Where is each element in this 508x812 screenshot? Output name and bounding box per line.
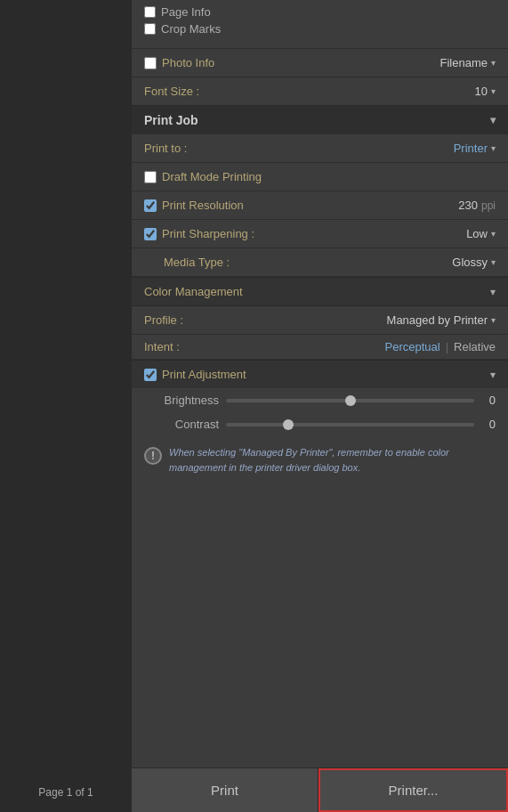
print-sharpening-label: Print Sharpening : [162,227,254,240]
warning-icon: ! [144,447,162,465]
print-to-dropdown-arrow: ▾ [491,143,496,153]
print-sharpening-checkbox[interactable] [144,228,157,240]
draft-mode-checkbox[interactable] [144,171,157,183]
color-management-dropdown-icon: ▾ [490,286,496,298]
photo-info-label: Photo Info [162,56,214,69]
print-resolution-checkbox[interactable] [144,199,157,212]
intent-relative[interactable]: Relative [454,340,496,353]
main-panel: Page Info Crop Marks Photo Info Filename… [132,0,508,812]
print-resolution-unit: ppi [481,199,496,212]
contrast-thumb[interactable] [283,419,294,430]
print-sharpening-dropdown: ▾ [491,229,496,239]
brightness-slider[interactable] [226,399,474,402]
bottom-bar: Print Printer... [132,767,508,812]
draft-mode-row: Draft Mode Printing [132,163,508,191]
intent-perceptual[interactable]: Perceptual [384,340,439,353]
page-info-checkbox[interactable] [144,6,156,18]
profile-value: Managed by Printer [387,313,488,327]
media-type-dropdown: ▾ [491,257,496,267]
intent-options: Perceptual | Relative [384,340,496,353]
brightness-row: Brightness 0 [132,388,508,412]
print-adjustment-title: Print Adjustment [162,368,246,381]
font-size-label: Font Size : [144,85,199,98]
print-adjustment-dropdown-icon: ▾ [490,369,496,381]
profile-value-group[interactable]: Managed by Printer ▾ [387,313,496,327]
warning-icon-text: ! [151,450,155,462]
photo-info-value: Filename [440,56,488,69]
sidebar: Page 1 of 1 [0,0,132,812]
print-adjustment-left: Print Adjustment [144,368,246,381]
profile-label: Profile : [144,313,183,327]
print-to-row: Print to : Printer ▾ [132,134,508,163]
print-to-label: Print to : [144,142,187,155]
print-resolution-label: Print Resolution [162,199,244,212]
profile-dropdown: ▾ [491,315,496,325]
print-adjustment-header[interactable]: Print Adjustment ▾ [132,360,508,388]
draft-mode-label: Draft Mode Printing [162,170,262,183]
intent-divider: | [446,340,448,353]
print-resolution-row: Print Resolution 230 ppi [132,191,508,220]
print-to-value-group[interactable]: Printer ▾ [454,142,496,155]
media-type-value-group[interactable]: Glossy ▾ [452,256,496,269]
profile-row: Profile : Managed by Printer ▾ [132,306,508,335]
warning-text: When selecting "Managed By Printer", rem… [169,445,496,475]
print-button[interactable]: Print [132,768,319,812]
print-job-header[interactable]: Print Job ▾ [132,106,508,134]
font-size-value-group[interactable]: 10 ▾ [475,85,496,98]
print-sharpening-value-group[interactable]: Low ▾ [466,227,496,240]
print-sharpening-value: Low [466,227,488,240]
crop-marks-checkbox[interactable] [144,23,156,35]
contrast-label: Contrast [157,418,219,431]
page-info-label: Page Info [161,5,211,19]
font-size-row: Font Size : 10 ▾ [132,77,508,106]
intent-label: Intent : [144,340,180,353]
media-type-label: Media Type : [164,256,230,269]
print-to-value: Printer [454,142,488,155]
print-resolution-value: 230 [458,199,478,212]
page-info-row: Page Info [144,5,496,19]
brightness-thumb[interactable] [345,395,356,406]
brightness-label: Brightness [157,394,219,407]
print-sharpening-row: Print Sharpening : Low ▾ [132,220,508,248]
warning-row: ! When selecting "Managed By Printer", r… [132,436,508,483]
crop-marks-label: Crop Marks [161,22,221,36]
photo-info-value-group[interactable]: Filename ▾ [440,56,496,69]
print-sharpening-left: Print Sharpening : [144,227,254,240]
print-adjustment-checkbox[interactable] [144,369,157,381]
bottom-spacer [132,483,508,767]
print-job-title: Print Job [144,113,198,127]
photo-info-dropdown-arrow: ▾ [491,58,496,68]
print-job-dropdown-icon: ▾ [490,114,496,126]
photo-info-checkbox[interactable] [144,57,157,69]
print-resolution-left: Print Resolution [144,199,244,212]
photo-info-left: Photo Info [144,56,214,69]
intent-row: Intent : Perceptual | Relative [132,335,508,360]
contrast-row: Contrast 0 [132,412,508,436]
printer-button[interactable]: Printer... [319,768,508,812]
media-type-value: Glossy [452,256,488,269]
print-job-content: Print to : Printer ▾ Draft Mode Printing… [132,134,508,277]
draft-mode-left: Draft Mode Printing [144,170,262,183]
media-type-row: Media Type : Glossy ▾ [132,248,508,277]
print-resolution-value-group: 230 ppi [458,199,496,212]
color-management-header[interactable]: Color Management ▾ [132,277,508,306]
photo-info-row: Photo Info Filename ▾ [132,49,508,77]
color-management-title: Color Management [144,285,243,298]
brightness-value: 0 [481,394,496,407]
crop-marks-row: Crop Marks [144,22,496,36]
font-size-value: 10 [475,85,488,98]
font-size-dropdown-arrow: ▾ [491,86,496,96]
contrast-value: 0 [481,418,496,431]
contrast-slider[interactable] [226,423,474,426]
top-section: Page Info Crop Marks [132,0,508,49]
page-info: Page 1 of 1 [0,782,132,803]
